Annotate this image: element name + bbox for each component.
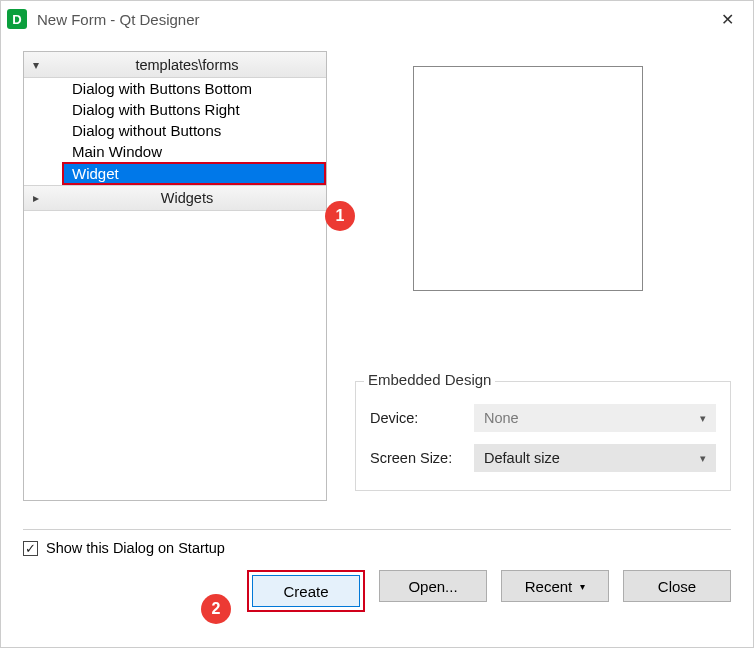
template-tree[interactable]: ▾ templates\forms Dialog with Buttons Bo… [23,51,327,501]
screen-size-combo[interactable]: Default size▾ [474,444,716,472]
create-highlight: Create [247,570,365,612]
tree-item[interactable]: Dialog with Buttons Right [24,99,326,120]
create-button[interactable]: Create [252,575,360,607]
chevron-down-icon: ▾ [580,581,585,592]
embedded-design-group: Embedded Design Device: None▾ Screen Siz… [355,381,731,491]
tree-category-forms[interactable]: ▾ templates\forms [24,52,326,78]
app-icon: D [7,9,27,29]
chevron-down-icon: ▾ [700,452,706,465]
screen-size-label: Screen Size: [370,450,468,466]
annotation-1: 1 [325,201,355,231]
recent-button[interactable]: Recent▾ [501,570,609,602]
close-button[interactable]: Close [623,570,731,602]
window-title: New Form - Qt Designer [37,11,200,28]
show-on-startup-checkbox[interactable]: ✓ [23,541,38,556]
device-combo[interactable]: None▾ [474,404,716,432]
group-legend: Embedded Design [364,371,495,388]
tree-item-selected[interactable]: Widget [24,162,326,185]
tree-category-widgets[interactable]: ▸ Widgets [24,185,326,211]
titlebar: D New Form - Qt Designer ✕ [1,1,753,37]
chevron-right-icon: ▸ [24,191,48,205]
device-label: Device: [370,410,468,426]
chevron-down-icon: ▾ [24,58,48,72]
chevron-down-icon: ▾ [700,412,706,425]
show-on-startup-label: Show this Dialog on Startup [46,540,225,556]
tree-item[interactable]: Main Window [24,141,326,162]
tree-item[interactable]: Dialog without Buttons [24,120,326,141]
tree-item[interactable]: Dialog with Buttons Bottom [24,78,326,99]
close-icon[interactable]: ✕ [707,10,747,29]
form-preview [413,66,643,291]
annotation-2: 2 [201,594,231,624]
open-button[interactable]: Open... [379,570,487,602]
